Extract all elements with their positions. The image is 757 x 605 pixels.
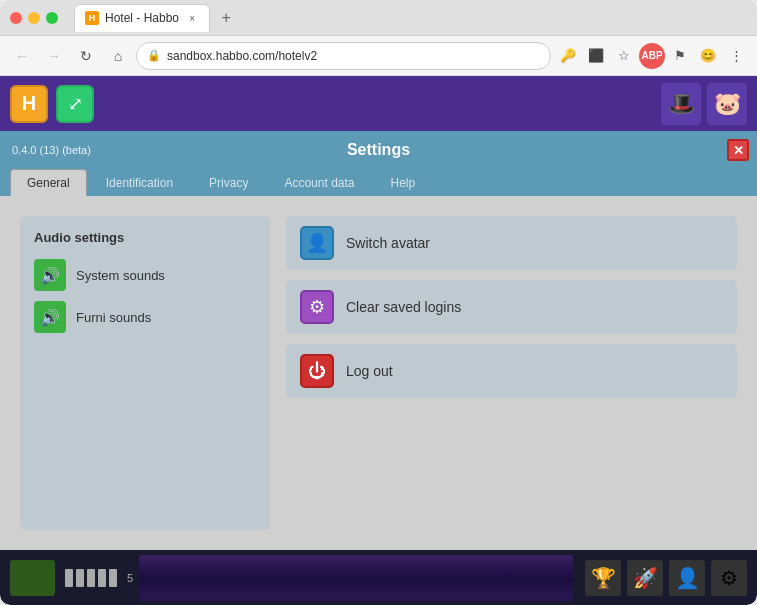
tab-title: Hotel - Habbo xyxy=(105,11,179,25)
tab-close-button[interactable]: × xyxy=(185,11,199,25)
footer-icon-3[interactable]: 👤 xyxy=(669,560,705,596)
tab-help[interactable]: Help xyxy=(374,169,433,196)
progress-bar-3 xyxy=(87,569,95,587)
game-header-icons: 🎩 🐷 xyxy=(661,76,747,131)
game-footer: 5 🏆 🚀 👤 ⚙ xyxy=(0,550,757,605)
habbo-logo-icon: H xyxy=(22,92,36,115)
footer-progress xyxy=(65,569,117,587)
progress-bar-2 xyxy=(76,569,84,587)
system-sounds-icon: 🔊 xyxy=(34,259,66,291)
settings-tabs: General Identification Privacy Account d… xyxy=(0,169,757,196)
footer-number: 5 xyxy=(127,572,133,584)
cast-icon[interactable]: ⬛ xyxy=(583,43,609,69)
footer-icon-1[interactable]: 🏆 xyxy=(585,560,621,596)
bookmark-icon[interactable]: ☆ xyxy=(611,43,637,69)
footer-icons-right: 🏆 🚀 👤 ⚙ xyxy=(585,560,747,596)
extension-icon[interactable]: ⚑ xyxy=(667,43,693,69)
adblock-icon[interactable]: ABP xyxy=(639,43,665,69)
toolbar-actions: 🔑 ⬛ ☆ ABP ⚑ 😊 ⋮ xyxy=(555,43,749,69)
address-bar[interactable]: 🔒 sandbox.habbo.com/hotelv2 xyxy=(136,42,551,70)
log-out-label: Log out xyxy=(346,363,393,379)
progress-bar-4 xyxy=(98,569,106,587)
clear-saved-logins-button[interactable]: ⚙ Clear saved logins xyxy=(286,280,737,334)
settings-title: Settings xyxy=(347,141,410,159)
shop-icon[interactable]: 🎩 xyxy=(661,83,701,125)
traffic-lights xyxy=(10,12,58,24)
tab-favicon: H xyxy=(85,11,99,25)
expand-icon: ⤢ xyxy=(68,93,83,115)
footer-icon-2[interactable]: 🚀 xyxy=(627,560,663,596)
tab-bar: H Hotel - Habbo × + xyxy=(74,4,747,32)
new-tab-button[interactable]: + xyxy=(214,6,238,30)
browser-content: H ⤢ 🎩 🐷 0.4.0 (13) (beta) Settings ✕ Gen… xyxy=(0,76,757,605)
settings-titlebar: 0.4.0 (13) (beta) Settings ✕ xyxy=(0,131,757,169)
footer-green-box xyxy=(10,560,55,596)
game-header: H ⤢ 🎩 🐷 xyxy=(0,76,757,131)
forward-button[interactable]: → xyxy=(40,42,68,70)
settings-close-button[interactable]: ✕ xyxy=(727,139,749,161)
back-button[interactable]: ← xyxy=(8,42,36,70)
tab-privacy[interactable]: Privacy xyxy=(192,169,265,196)
switch-avatar-button[interactable]: 👤 Switch avatar xyxy=(286,216,737,270)
action-buttons: 👤 Switch avatar ⚙ Clear saved logins ⏻ L… xyxy=(286,216,737,530)
settings-body: Audio settings 🔊 System sounds 🔊 Furni s… xyxy=(0,196,757,550)
browser-window: H Hotel - Habbo × + ← → ↻ ⌂ 🔒 sandbox.ha… xyxy=(0,0,757,605)
menu-icon[interactable]: ⋮ xyxy=(723,43,749,69)
tab-general[interactable]: General xyxy=(10,169,87,196)
furni-sounds-label: Furni sounds xyxy=(76,310,151,325)
footer-scene xyxy=(139,555,573,601)
close-traffic-light[interactable] xyxy=(10,12,22,24)
inventory-icon[interactable]: 🐷 xyxy=(707,83,747,125)
tab-account-data[interactable]: Account data xyxy=(267,169,371,196)
system-sounds-label: System sounds xyxy=(76,268,165,283)
system-sounds-item[interactable]: 🔊 System sounds xyxy=(34,259,256,291)
settings-version: 0.4.0 (13) (beta) xyxy=(12,144,91,156)
footer-icon-4[interactable]: ⚙ xyxy=(711,560,747,596)
progress-bar-1 xyxy=(65,569,73,587)
browser-tab[interactable]: H Hotel - Habbo × xyxy=(74,4,210,32)
log-out-icon: ⏻ xyxy=(300,354,334,388)
lock-icon: 🔒 xyxy=(147,49,161,62)
switch-avatar-icon: 👤 xyxy=(300,226,334,260)
settings-panel: 0.4.0 (13) (beta) Settings ✕ General Ide… xyxy=(0,131,757,550)
minimize-traffic-light[interactable] xyxy=(28,12,40,24)
clear-logins-label: Clear saved logins xyxy=(346,299,461,315)
log-out-button[interactable]: ⏻ Log out xyxy=(286,344,737,398)
home-button[interactable]: ⌂ xyxy=(104,42,132,70)
browser-toolbar: ← → ↻ ⌂ 🔒 sandbox.habbo.com/hotelv2 🔑 ⬛ … xyxy=(0,36,757,76)
switch-avatar-label: Switch avatar xyxy=(346,235,430,251)
furni-sounds-icon: 🔊 xyxy=(34,301,66,333)
habbo-logo-button[interactable]: H xyxy=(10,85,48,123)
avatar-icon[interactable]: 😊 xyxy=(695,43,721,69)
audio-settings-box: Audio settings 🔊 System sounds 🔊 Furni s… xyxy=(20,216,270,530)
tab-identification[interactable]: Identification xyxy=(89,169,190,196)
reload-button[interactable]: ↻ xyxy=(72,42,100,70)
expand-button[interactable]: ⤢ xyxy=(56,85,94,123)
audio-settings-title: Audio settings xyxy=(34,230,256,245)
address-url: sandbox.habbo.com/hotelv2 xyxy=(167,49,317,63)
key-icon[interactable]: 🔑 xyxy=(555,43,581,69)
furni-sounds-item[interactable]: 🔊 Furni sounds xyxy=(34,301,256,333)
title-bar: H Hotel - Habbo × + xyxy=(0,0,757,36)
progress-bar-5 xyxy=(109,569,117,587)
clear-logins-icon: ⚙ xyxy=(300,290,334,324)
maximize-traffic-light[interactable] xyxy=(46,12,58,24)
